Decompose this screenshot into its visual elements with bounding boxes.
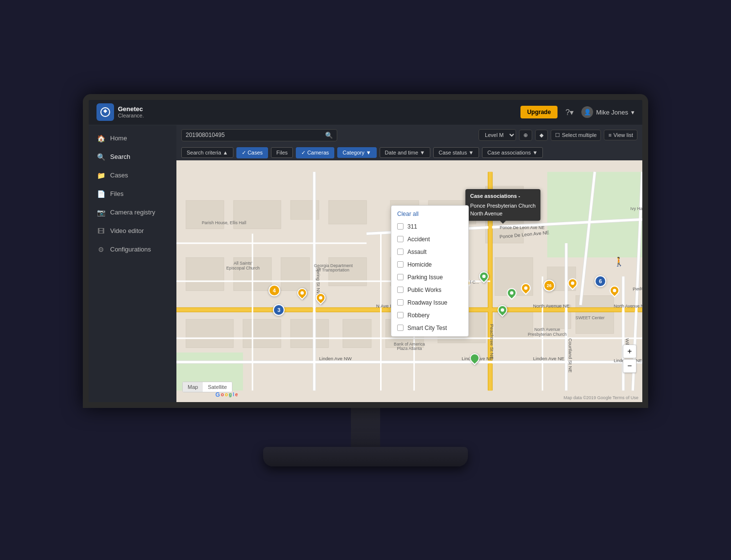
camera-cluster-1[interactable]: 4: [269, 285, 280, 296]
home-icon: 🏠: [96, 134, 105, 143]
camera-cluster-7[interactable]: [610, 286, 619, 295]
cameras-filter-button[interactable]: ✓ Cameras: [296, 147, 334, 158]
upgrade-button[interactable]: Upgrade: [520, 106, 558, 118]
search-icon: 🔍: [96, 153, 105, 161]
category-option-smart-city-test[interactable]: Smart City Test: [391, 322, 468, 334]
search-submit-button[interactable]: 🔍: [325, 132, 333, 139]
svg-text:Linden Ave NE: Linden Ave NE: [533, 355, 565, 361]
level-select[interactable]: Level M: [479, 129, 516, 141]
sidebar-label-camera-registry: Camera registry: [110, 209, 155, 216]
svg-text:Presbyterian Church: Presbyterian Church: [528, 332, 567, 337]
camera-cluster-6[interactable]: 6: [595, 275, 606, 287]
monitor-stand-base: [263, 447, 468, 466]
search-criteria-button[interactable]: Search criteria ▲: [181, 147, 233, 158]
sidebar-item-files[interactable]: 📄 Files: [89, 185, 176, 203]
locate-button[interactable]: ⊕: [519, 130, 532, 141]
category-checkbox-accident[interactable]: [397, 236, 404, 242]
case-pin-3[interactable]: [498, 305, 507, 315]
video-editor-icon: 🎞: [96, 227, 105, 235]
category-option-homicide[interactable]: Homicide: [391, 258, 468, 271]
diamond-button[interactable]: ◆: [535, 130, 548, 141]
filter-bar: Search criteria ▲ ✓ Cases Files ✓ Camera…: [176, 145, 642, 160]
case-status-filter-button[interactable]: Case status ▼: [433, 147, 479, 158]
map-copyright: Map data ©2019 Google Terms of Use: [563, 395, 638, 400]
cases-icon: 📁: [96, 171, 105, 180]
sidebar-item-camera-registry[interactable]: 📷 Camera registry: [89, 203, 176, 222]
case-pin-2[interactable]: [479, 271, 489, 281]
category-checkbox-roadway-issue[interactable]: [397, 299, 404, 306]
camera-registry-icon: 📷: [96, 208, 105, 217]
logo-text: Genetec Clearance.: [118, 105, 144, 119]
camera-pin-1[interactable]: [297, 288, 307, 298]
sidebar-item-cases[interactable]: 📁 Cases: [89, 166, 176, 185]
category-checkbox-parking-issue[interactable]: [397, 274, 404, 280]
svg-rect-19: [290, 319, 328, 348]
zoom-in-button[interactable]: +: [623, 345, 636, 358]
tooltip-location: Ponce Presbyterian ChurchNorth Avenue: [470, 202, 536, 218]
category-option-public-works[interactable]: Public Works: [391, 284, 468, 296]
camera-cluster-4[interactable]: 26: [543, 280, 555, 291]
case-associations-filter-button[interactable]: Case associations ▼: [482, 147, 543, 158]
category-checkbox-311[interactable]: [397, 223, 404, 230]
category-option-311[interactable]: 311: [391, 220, 468, 233]
svg-text:Georgia Department: Georgia Department: [314, 263, 353, 268]
map-area[interactable]: Ponce De Leon Ave NE N Ave NW North Aven…: [176, 160, 642, 402]
files-filter-button[interactable]: Files: [271, 147, 293, 158]
svg-rect-18: [243, 319, 281, 348]
svg-text:Linden Ave NW: Linden Ave NW: [319, 355, 352, 361]
category-option-robbery[interactable]: Robbery: [391, 309, 468, 322]
view-list-button[interactable]: ≡ View list: [604, 130, 637, 140]
sidebar-label-configurations: Configurations: [110, 246, 151, 253]
category-checkbox-public-works[interactable]: [397, 287, 404, 293]
sidebar-label-cases: Cases: [110, 172, 128, 179]
svg-text:Ponce De Leon Ave NE: Ponce De Leon Ave NE: [500, 225, 544, 230]
zoom-controls: + −: [623, 345, 636, 373]
category-option-accident[interactable]: Accident: [391, 233, 468, 246]
sidebar-label-video-editor: Video editor: [110, 227, 144, 234]
figure-pin[interactable]: 🚶: [614, 256, 624, 267]
case-pin-4[interactable]: [507, 288, 517, 298]
user-menu[interactable]: 👤 Mike Jones ▾: [581, 106, 635, 118]
category-option-roadway-issue[interactable]: Roadway Issue: [391, 296, 468, 309]
category-checkbox-homicide[interactable]: [397, 261, 404, 268]
sidebar-item-video-editor[interactable]: 🎞 Video editor: [89, 222, 176, 240]
select-multiple-icon: ☐: [555, 132, 560, 138]
svg-text:North Avenue: North Avenue: [534, 327, 560, 332]
date-time-filter-button[interactable]: Date and time ▼: [380, 147, 430, 158]
category-checkbox-assault[interactable]: [397, 249, 404, 255]
tooltip-title: Case associations -: [470, 192, 536, 200]
category-option-parking-issue[interactable]: Parking Issue: [391, 271, 468, 284]
clear-all-option[interactable]: Clear all: [391, 208, 468, 220]
sidebar-item-home[interactable]: 🏠 Home: [89, 129, 176, 148]
svg-text:Episcopal Church: Episcopal Church: [226, 265, 260, 270]
search-input[interactable]: [186, 132, 322, 138]
category-option-assault[interactable]: Assault: [391, 246, 468, 258]
select-multiple-button[interactable]: ☐ Select multiple: [551, 130, 601, 141]
camera-pin-4[interactable]: [568, 278, 577, 288]
camera-cluster-3[interactable]: [521, 283, 531, 293]
map-type-satellite-button[interactable]: Satellite: [203, 382, 231, 392]
camera-pin-2[interactable]: [316, 293, 326, 303]
help-button[interactable]: ?▾: [563, 106, 576, 119]
top-nav-right: Upgrade ?▾ 👤 Mike Jones ▾: [520, 106, 635, 119]
case-cluster-5[interactable]: [470, 353, 480, 363]
top-nav: Genetec Clearance. Upgrade ?▾ 👤 Mike Jon…: [89, 100, 642, 125]
category-checkbox-robbery[interactable]: [397, 312, 404, 318]
main-layout: 🏠 Home 🔍 Search 📁 Cases 📄 Files: [89, 125, 642, 402]
sidebar-item-configurations[interactable]: ⚙ Configurations: [89, 240, 176, 259]
monitor-wrapper: Genetec Clearance. Upgrade ?▾ 👤 Mike Jon…: [73, 94, 658, 466]
sidebar-label-files: Files: [110, 190, 123, 197]
category-filter-button[interactable]: Category ▼: [337, 147, 377, 158]
user-avatar: 👤: [581, 106, 593, 118]
sidebar-item-search[interactable]: 🔍 Search: [89, 148, 176, 166]
files-icon: 📄: [96, 190, 105, 198]
monitor-stand-neck: [351, 408, 380, 447]
category-checkbox-smart-city-test[interactable]: [397, 325, 404, 331]
cases-filter-button[interactable]: ✓ Cases: [236, 147, 268, 158]
map-type-map-button[interactable]: Map: [183, 382, 203, 392]
logo-area: Genetec Clearance.: [96, 103, 144, 121]
google-logo: Google: [215, 391, 238, 398]
zoom-out-button[interactable]: −: [623, 359, 636, 373]
blue-cluster-1[interactable]: 3: [273, 304, 285, 316]
svg-rect-14: [281, 257, 310, 290]
